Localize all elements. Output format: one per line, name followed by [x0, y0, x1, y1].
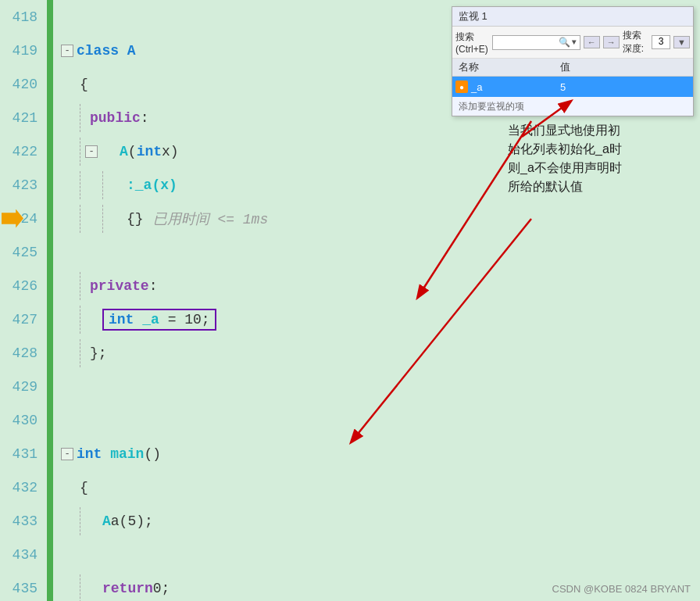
code-line-429: 429 — [0, 370, 700, 403]
green-bar-422 — [47, 134, 53, 168]
kw-int-427: int — [109, 312, 134, 327]
code-line-433: 433 A a(5); — [0, 504, 700, 538]
code-line-424: 424 {} 已用时间 <= 1ms — [0, 202, 700, 235]
green-bar-423 — [47, 168, 53, 202]
kw-int-422: int — [137, 144, 162, 159]
arrow-marker — [2, 209, 23, 228]
search-label: 搜索(Ctrl+E) — [455, 30, 489, 55]
watch-row-icon: ● — [455, 80, 468, 93]
colon-426: : — [149, 278, 158, 294]
green-bar-426 — [47, 269, 53, 302]
collapse-icon-431[interactable]: - — [61, 448, 73, 460]
code-content-423: :_a(x) — [53, 171, 177, 199]
green-bar-427 — [47, 302, 53, 336]
line-number-431: 431 — [0, 446, 47, 462]
green-bar — [47, 0, 53, 34]
call-433: a(5); — [111, 513, 153, 529]
fn-main: main — [110, 446, 144, 462]
code-content-426: private: — [53, 272, 157, 300]
code-line-428: 428 }; — [0, 336, 700, 370]
watch-search-input[interactable] — [496, 37, 559, 48]
code-content-421: public: — [53, 104, 149, 132]
line-number-429: 429 — [0, 379, 47, 395]
green-bar-420 — [47, 67, 53, 101]
code-content-432: { — [53, 480, 88, 495]
green-bar-429 — [47, 370, 53, 403]
brace-open-420: { — [80, 77, 88, 92]
highlighted-member: int _a = 10; — [102, 309, 216, 331]
code-line-430: 430 — [0, 403, 700, 437]
line-number-435: 435 — [0, 581, 47, 596]
line-number-423: 423 — [0, 177, 47, 193]
code-content-424: {} 已用时间 <= 1ms — [53, 205, 268, 233]
collapse-icon-419[interactable]: - — [61, 45, 73, 57]
watch-toolbar: 搜索(Ctrl+E) 🔍 ▼ ← → 搜索深度: 3 ▼ — [452, 27, 693, 59]
colon-421: : — [141, 110, 149, 126]
watch-add-row[interactable]: 添加要监视的项 — [452, 97, 693, 116]
watch-title: 监视 1 — [459, 10, 488, 22]
brace-open-432: { — [80, 480, 88, 495]
watch-add-text: 添加要监视的项 — [459, 100, 524, 113]
code-content-433: A a(5); — [53, 507, 153, 535]
green-bar-421 — [47, 101, 53, 134]
depth-label: 搜索深度: — [623, 29, 648, 55]
green-bar-432 — [47, 470, 53, 504]
forward-button[interactable]: → — [603, 36, 620, 48]
member-name-427: _a — [142, 312, 159, 327]
code-line-426: 426 private: — [0, 269, 700, 302]
back-button[interactable]: ← — [584, 36, 600, 48]
return-val: 0; — [153, 581, 170, 596]
line-number-420: 420 — [0, 77, 47, 92]
watch-row-a[interactable]: ● _a 5 — [452, 77, 693, 97]
code-content-431: - int main() — [53, 446, 161, 462]
search-icon: 🔍 — [559, 37, 570, 48]
watch-panel: 监视 1 搜索(Ctrl+E) 🔍 ▼ ← → 搜索深度: 3 ▼ 名称 值 ●… — [452, 6, 694, 116]
depth-dropdown-button[interactable]: ▼ — [673, 36, 690, 48]
annotation-box: 当我们显式地使用初始化列表初始化_a时则_a不会使用声明时所给的默认值 — [508, 121, 688, 196]
line-number-428: 428 — [0, 345, 47, 361]
depth-value: 3 — [652, 35, 670, 49]
green-bar-434 — [47, 538, 53, 571]
col-value-header: 值 — [554, 60, 570, 74]
code-content-419: - class A — [53, 43, 136, 59]
collapse-icon-422[interactable]: - — [85, 145, 98, 158]
code-line-425: 425 — [0, 235, 700, 269]
line-number-422: 422 — [0, 144, 47, 159]
kw-int-431: int — [77, 446, 102, 462]
green-bar-428 — [47, 336, 53, 370]
kw-class: class — [77, 43, 119, 59]
class-a-call: A — [102, 513, 111, 529]
green-bar-430 — [47, 403, 53, 437]
line-number-419: 419 — [0, 43, 47, 59]
line-number-421: 421 — [0, 110, 47, 126]
line-number-426: 426 — [0, 278, 47, 294]
initializer-423: :_a(x) — [127, 177, 177, 193]
green-bar-433 — [47, 504, 53, 538]
line-number-425: 425 — [0, 245, 47, 260]
watch-var-name: _a — [471, 81, 482, 93]
green-bar-435 — [47, 571, 53, 601]
dropdown-arrow[interactable]: ▼ — [572, 38, 577, 47]
class-name: A — [127, 43, 136, 59]
line-number-418: 418 — [0, 9, 47, 25]
code-line-434: 434 — [0, 538, 700, 571]
parens-431: () — [144, 446, 161, 462]
equals-427: = 10; — [168, 312, 210, 327]
annotation-text: 当我们显式地使用初始化列表初始化_a时则_a不会使用声明时所给的默认值 — [508, 123, 622, 193]
watermark: CSDN @KOBE 0824 BRYANT — [552, 583, 691, 595]
kw-return: return — [102, 581, 153, 596]
code-content-428: }; — [53, 339, 107, 367]
col-name-header: 名称 — [452, 60, 554, 74]
green-bar-424 — [47, 202, 53, 235]
line-number-433: 433 — [0, 513, 47, 529]
paren-open-422: ( — [128, 144, 137, 159]
code-content-427: int _a = 10; — [53, 306, 216, 334]
code-content-422: - A(int x) — [53, 138, 179, 166]
watch-row-value: 5 — [554, 81, 566, 93]
code-content-435: return 0; — [53, 574, 170, 602]
space-422: x) — [162, 144, 179, 159]
green-bar-431 — [47, 437, 53, 470]
brace-424: {} — [127, 211, 144, 227]
watch-col-headers: 名称 值 — [452, 59, 693, 77]
watch-search-box[interactable]: 🔍 ▼ — [492, 35, 580, 50]
